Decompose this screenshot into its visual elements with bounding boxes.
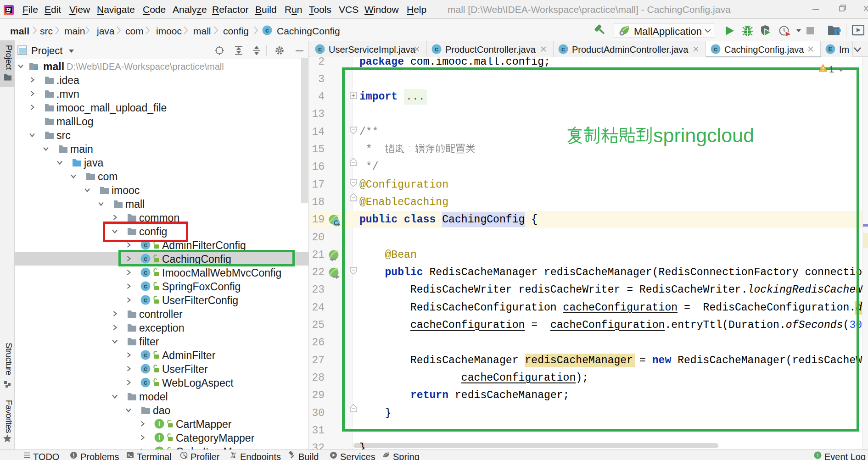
svg-text:c: c bbox=[144, 351, 147, 359]
svg-text:c: c bbox=[144, 241, 147, 249]
svg-text:c: c bbox=[318, 45, 322, 53]
svg-text:E: E bbox=[828, 45, 833, 53]
svg-text:c: c bbox=[265, 27, 269, 34]
svg-text:c: c bbox=[144, 283, 147, 290]
svg-text:I: I bbox=[158, 420, 160, 427]
svg-text:c: c bbox=[144, 365, 147, 372]
svg-text:c: c bbox=[144, 379, 147, 386]
svg-text:c: c bbox=[561, 45, 565, 53]
svg-text:c: c bbox=[144, 269, 147, 276]
svg-text:c: c bbox=[714, 45, 717, 53]
svg-text:c: c bbox=[435, 45, 438, 53]
svg-text:I: I bbox=[158, 434, 160, 441]
svg-text:c: c bbox=[144, 296, 147, 304]
svg-text:1: 1 bbox=[816, 453, 819, 458]
